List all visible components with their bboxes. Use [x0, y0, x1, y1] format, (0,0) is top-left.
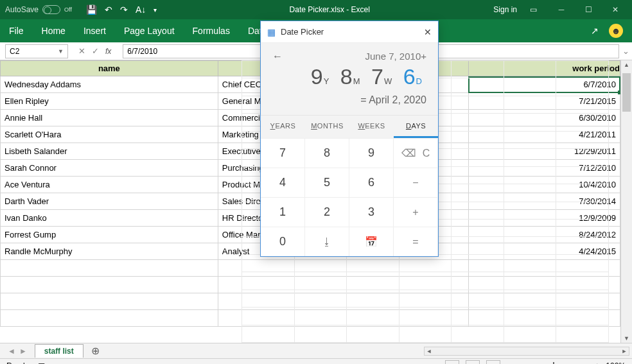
vertical-scrollbar[interactable]: ▲ ▼ — [620, 60, 632, 343]
empty-cell[interactable] — [452, 325, 504, 342]
digit-9-key[interactable]: 9 — [349, 138, 394, 168]
empty-cell[interactable] — [504, 131, 556, 148]
empty-cell[interactable] — [399, 308, 452, 325]
cell-name[interactable]: Ellen Ripley — [1, 93, 218, 110]
ribbon-tab-file[interactable]: File — [0, 19, 33, 42]
tab-next-icon[interactable]: ► — [19, 347, 27, 356]
scroll-up-icon[interactable]: ▲ — [621, 62, 632, 68]
empty-cell[interactable] — [504, 114, 556, 131]
cell-name[interactable]: Sarah Connor — [1, 160, 218, 177]
fx-icon[interactable]: fx — [105, 47, 116, 56]
empty-cell[interactable] — [504, 254, 556, 272]
empty-cell[interactable] — [452, 184, 504, 202]
empty-cell[interactable] — [556, 114, 609, 131]
empty-cell[interactable] — [504, 184, 556, 202]
feedback-icon[interactable]: ☻ — [609, 24, 623, 38]
name-box[interactable]: C2 ▼ — [5, 44, 68, 58]
digit-1-key[interactable]: 1 — [261, 197, 305, 227]
cell-name[interactable]: Ace Ventura — [1, 177, 218, 193]
cell-name[interactable]: Annie Hall — [1, 110, 218, 126]
empty-cell[interactable] — [504, 325, 556, 342]
empty-cell[interactable] — [1, 277, 218, 293]
minus-key[interactable]: − — [394, 168, 438, 197]
close-icon[interactable]: ✕ — [424, 27, 432, 37]
close-button[interactable]: ✕ — [604, 2, 627, 17]
back-icon[interactable]: ← — [272, 51, 283, 62]
empty-cell[interactable] — [452, 290, 504, 307]
ribbon-tab-insert[interactable]: Insert — [75, 19, 115, 42]
empty-cell[interactable] — [452, 61, 504, 78]
ribbon-tab-home[interactable]: Home — [33, 19, 75, 42]
page-break-view-button[interactable]: ▥ — [486, 360, 500, 364]
cell-name[interactable]: Randle McMurphy — [1, 243, 218, 260]
empty-cell[interactable] — [504, 96, 556, 113]
empty-cell[interactable] — [452, 272, 504, 290]
customize-qat-icon[interactable]: ▾ — [154, 6, 157, 13]
empty-cell[interactable] — [399, 290, 452, 307]
tab-prev-icon[interactable]: ◄ — [8, 347, 15, 356]
cell-name[interactable]: Forrest Gump — [1, 227, 218, 243]
empty-cell[interactable] — [504, 61, 556, 78]
empty-cell[interactable] — [452, 114, 504, 131]
empty-cell[interactable] — [347, 254, 399, 272]
share-icon[interactable]: ↗ — [591, 26, 599, 36]
empty-cell[interactable] — [242, 272, 295, 290]
page-layout-view-button[interactable]: ▤ — [466, 360, 480, 364]
empty-cell[interactable] — [556, 308, 609, 325]
empty-cell[interactable] — [452, 96, 504, 113]
calendar-key[interactable]: 📅 — [349, 227, 394, 256]
empty-cell[interactable] — [556, 254, 609, 272]
scroll-thumb[interactable] — [622, 73, 631, 112]
empty-cell[interactable] — [347, 272, 399, 290]
cancel-icon[interactable]: ✕ — [78, 46, 85, 56]
scroll-down-icon[interactable]: ▼ — [621, 335, 632, 342]
empty-cell[interactable] — [347, 308, 399, 325]
empty-cell[interactable] — [294, 325, 347, 342]
unit-tab-years[interactable]: YEARS — [261, 116, 305, 138]
empty-cell[interactable] — [294, 254, 347, 272]
digit-8-key[interactable]: 8 — [305, 138, 349, 168]
empty-cell[interactable] — [556, 272, 609, 290]
empty-cell[interactable] — [399, 254, 452, 272]
empty-cell[interactable] — [556, 96, 609, 113]
empty-cell[interactable] — [556, 290, 609, 307]
scroll-left-icon[interactable]: ◄ — [425, 348, 434, 354]
empty-cell[interactable] — [556, 166, 609, 184]
empty-cell[interactable] — [504, 202, 556, 219]
zoom-in-button[interactable]: + — [595, 361, 599, 364]
insert-key[interactable]: ⭳ — [305, 227, 349, 256]
empty-cell[interactable] — [1, 293, 218, 310]
normal-view-button[interactable]: ▦ — [445, 360, 459, 364]
expand-formula-icon[interactable]: ⌄ — [619, 46, 632, 56]
signin-link[interactable]: Sign in — [493, 5, 517, 14]
empty-cell[interactable] — [556, 325, 609, 342]
digit-4-key[interactable]: 4 — [261, 168, 305, 197]
digit-3-key[interactable]: 3 — [349, 197, 394, 227]
empty-cell[interactable] — [242, 290, 295, 307]
empty-cell[interactable] — [556, 184, 609, 202]
empty-cell[interactable] — [504, 78, 556, 96]
macro-record-icon[interactable]: ▦ — [38, 361, 45, 364]
autosave-toggle[interactable]: AutoSave Off — [0, 5, 77, 14]
ribbon-tab-page-layout[interactable]: Page Layout — [115, 19, 184, 42]
empty-cell[interactable] — [399, 325, 452, 342]
plus-key[interactable]: + — [394, 197, 438, 227]
empty-cell[interactable] — [452, 131, 504, 148]
ribbon-tab-formulas[interactable]: Formulas — [184, 19, 239, 42]
empty-cell[interactable] — [504, 272, 556, 290]
empty-cell[interactable] — [294, 272, 347, 290]
cell-name[interactable]: Lisbeth Salander — [1, 143, 218, 160]
empty-cell[interactable] — [556, 78, 609, 96]
unit-tab-days[interactable]: DAYS — [394, 116, 438, 138]
empty-cell[interactable] — [242, 254, 295, 272]
cell-name[interactable]: Scarlett O'Hara — [1, 126, 218, 143]
empty-cell[interactable] — [452, 237, 504, 254]
empty-cell[interactable] — [294, 308, 347, 325]
empty-cell[interactable] — [452, 308, 504, 325]
column-header[interactable]: name — [1, 61, 218, 76]
empty-cell[interactable] — [452, 202, 504, 219]
empty-cell[interactable] — [504, 308, 556, 325]
empty-cell[interactable] — [399, 272, 452, 290]
empty-cell[interactable] — [452, 219, 504, 236]
empty-cell[interactable] — [504, 237, 556, 254]
